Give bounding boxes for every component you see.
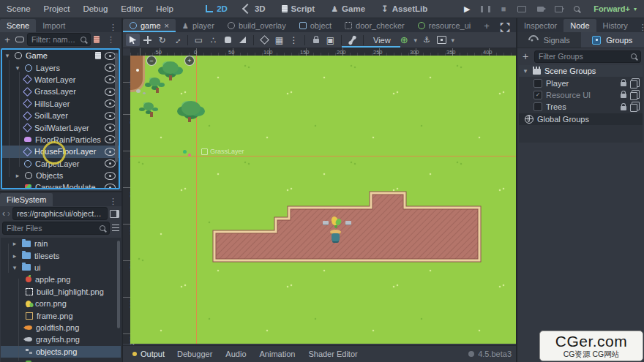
- tab-import[interactable]: Import: [36, 19, 72, 32]
- tab-history[interactable]: History: [596, 19, 634, 32]
- file-tree-scrollbar[interactable]: [117, 241, 120, 328]
- group-row-resource-ui[interactable]: ✓ Resource UI: [519, 89, 643, 101]
- file-row-tilesets[interactable]: ▸ tilesets: [1, 249, 121, 261]
- visibility-eye-icon[interactable]: [105, 52, 116, 60]
- group-row-player[interactable]: Player: [519, 77, 643, 88]
- visibility-eye-icon[interactable]: [105, 148, 116, 156]
- select-mode-button[interactable]: [126, 34, 140, 46]
- movie-clapper-button[interactable]: [552, 3, 565, 15]
- menu-help[interactable]: Help: [149, 4, 180, 13]
- pan-button[interactable]: [221, 34, 235, 46]
- scene-filter-input[interactable]: Filter: name, t:typ: [27, 33, 91, 46]
- nav-back-button[interactable]: ‹: [2, 208, 5, 219]
- chevron-down-icon[interactable]: ▾: [449, 37, 457, 44]
- copy-icon[interactable]: [630, 104, 637, 112]
- scene-tab-game[interactable]: game ×: [123, 19, 176, 32]
- workspace-assetlib[interactable]: ↧AssetLib: [373, 4, 435, 14]
- visibility-eye-icon[interactable]: [105, 159, 116, 167]
- list-select-button[interactable]: ▭: [192, 34, 206, 46]
- skeleton-button[interactable]: [345, 34, 359, 46]
- copy-icon[interactable]: [630, 92, 637, 100]
- file-filter-input[interactable]: Filter Files: [2, 222, 110, 235]
- chevron-down-icon[interactable]: ▾: [522, 67, 529, 75]
- frame-selection-button[interactable]: [435, 34, 449, 46]
- node-dock-menu-icon[interactable]: ⋮: [634, 23, 644, 32]
- chevron-down-icon[interactable]: ▾: [412, 37, 419, 44]
- workspace-script[interactable]: Script: [274, 4, 323, 13]
- anchor-button[interactable]: ⚓: [420, 34, 434, 46]
- split-mode-icon[interactable]: [110, 210, 119, 218]
- bottom-tab-shader-editor[interactable]: Shader Editor: [302, 350, 363, 358]
- chevron-right-icon[interactable]: ▸: [11, 240, 18, 247]
- menu-debug[interactable]: Debug: [76, 4, 114, 13]
- tree-row-objects[interactable]: ▸ Objects: [2, 170, 119, 181]
- scale-mode-button[interactable]: ↔: [168, 31, 186, 49]
- lock-icon[interactable]: [621, 82, 626, 86]
- group-row-trees[interactable]: Trees: [519, 101, 643, 113]
- grid-snap-button[interactable]: ▦: [272, 34, 286, 46]
- group-filter-input[interactable]: Filter Groups: [534, 50, 641, 63]
- menu-scene[interactable]: Scene: [0, 4, 37, 13]
- checkbox-unchecked[interactable]: [533, 102, 542, 111]
- lock-icon[interactable]: [621, 94, 626, 98]
- menu-project[interactable]: Project: [37, 4, 77, 13]
- visibility-eye-icon[interactable]: [105, 184, 116, 189]
- add-group-button[interactable]: +: [520, 50, 531, 62]
- visibility-eye-icon[interactable]: [105, 124, 116, 132]
- bottom-tab-debugger[interactable]: Debugger: [171, 350, 218, 358]
- visibility-eye-icon[interactable]: [105, 75, 116, 83]
- version-label[interactable]: 4.5.beta3: [478, 350, 512, 358]
- chevron-right-icon[interactable]: ▸: [11, 252, 18, 260]
- scene-groups-header[interactable]: ▾ Scene Groups: [519, 65, 643, 77]
- scene-tree-menu-icon[interactable]: ⋮: [102, 35, 119, 45]
- pause-button[interactable]: [479, 3, 492, 15]
- global-groups-header[interactable]: Global Groups: [519, 113, 643, 125]
- nav-forward-button[interactable]: ›: [7, 208, 10, 219]
- tree-row-canvasmodulate[interactable]: CanvasModulate: [2, 181, 119, 189]
- visibility-eye-icon[interactable]: [105, 99, 116, 108]
- play-scene-overlay-button[interactable]: ⊕: [397, 34, 411, 46]
- new-scene-tab-button[interactable]: +: [477, 19, 496, 32]
- expand-viewport-icon[interactable]: ◤◥◣◢: [496, 22, 517, 32]
- scene-tab-player[interactable]: ♟player: [176, 19, 221, 32]
- bottom-tab-output[interactable]: Output: [127, 350, 170, 358]
- scene-tab-object[interactable]: object: [293, 19, 338, 32]
- file-row-ui[interactable]: ▾ ui: [1, 262, 121, 274]
- add-node-button[interactable]: +: [2, 34, 12, 45]
- tab-node[interactable]: Node: [564, 19, 596, 32]
- tab-inspector[interactable]: Inspector: [517, 19, 564, 32]
- tree-row-game[interactable]: ▾ Game: [2, 50, 119, 61]
- menu-editor[interactable]: Editor: [114, 4, 149, 13]
- bottom-tab-animation[interactable]: Animation: [254, 350, 302, 358]
- instant-zoom-button[interactable]: [570, 3, 583, 15]
- renderer-select[interactable]: Forward+▾: [583, 4, 644, 13]
- ruler-button[interactable]: [236, 34, 250, 46]
- attach-script-icon[interactable]: [94, 36, 100, 43]
- lock-icon[interactable]: [621, 106, 626, 110]
- chevron-down-icon[interactable]: ▾: [11, 264, 18, 271]
- play-button[interactable]: ▶: [460, 3, 473, 15]
- group-button[interactable]: ▣: [323, 34, 337, 46]
- scene-tree-scrollbar[interactable]: [115, 53, 118, 162]
- pivot-button[interactable]: ∴: [206, 34, 220, 46]
- workspace-game[interactable]: ♟Game: [323, 4, 373, 14]
- tab-scene[interactable]: Scene: [0, 19, 36, 32]
- visibility-eye-icon[interactable]: [105, 88, 116, 96]
- move-mode-button[interactable]: [141, 34, 154, 46]
- path-field[interactable]: res://graphics/ui/objects.png: [12, 207, 108, 220]
- script-badge-icon[interactable]: [95, 52, 101, 59]
- 2d-viewport[interactable]: − + GrassLayer: [130, 56, 516, 344]
- stop-button[interactable]: ■: [497, 3, 510, 15]
- remote-debug-button[interactable]: [515, 3, 528, 15]
- scene-dock-menu-icon[interactable]: ⋮: [105, 23, 121, 32]
- visibility-eye-icon[interactable]: [105, 64, 116, 72]
- bottom-tab-audio[interactable]: Audio: [220, 350, 252, 358]
- workspace-3d[interactable]: 3D: [236, 4, 274, 13]
- chevron-down-icon[interactable]: ▾: [4, 52, 11, 59]
- scene-tab-resource-ui[interactable]: resource_ui: [411, 19, 477, 32]
- chevron-down-icon[interactable]: ▾: [14, 64, 21, 72]
- copy-icon[interactable]: [630, 80, 637, 88]
- smart-snap-button[interactable]: [258, 34, 272, 46]
- chevron-right-icon[interactable]: ▸: [14, 172, 21, 179]
- view-menu-button[interactable]: View: [367, 36, 397, 45]
